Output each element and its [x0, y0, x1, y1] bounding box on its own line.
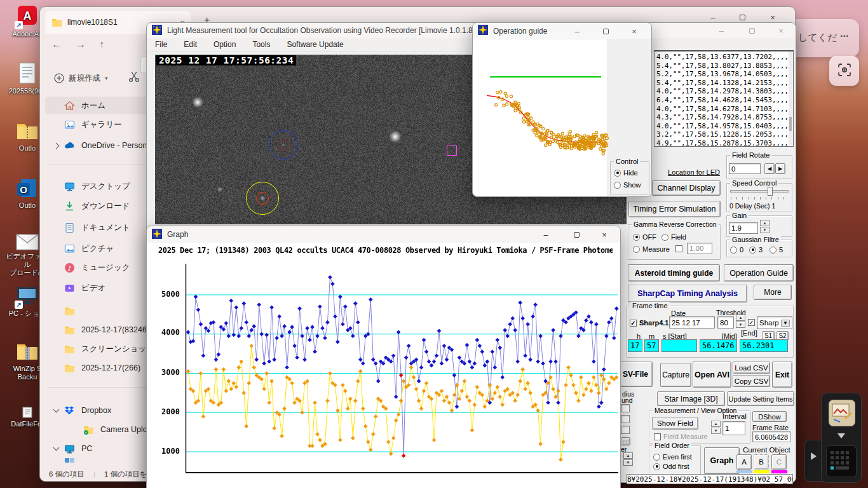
- gamma-off-radio[interactable]: OFF: [633, 233, 656, 241]
- sharp41-checkbox[interactable]: ✓Sharp4.1: [630, 319, 668, 327]
- gaussian-5-radio[interactable]: 5: [770, 246, 783, 254]
- window-maximize-button[interactable]: [731, 11, 753, 24]
- spin-down-icon[interactable]: ▼: [736, 322, 745, 328]
- window-close-button[interactable]: ×: [770, 24, 792, 37]
- speed-slider-thumb[interactable]: [768, 187, 773, 196]
- window-minimize-button[interactable]: –: [566, 25, 588, 37]
- led-location-link[interactable]: Location for LED: [642, 168, 720, 176]
- touch-keyboard-icon[interactable]: [826, 445, 857, 480]
- sharp-mode-checkbox[interactable]: ✓: [748, 319, 755, 326]
- hour-field[interactable]: 17: [628, 339, 642, 352]
- chevron-down-icon[interactable]: [53, 407, 60, 413]
- interval-spinner[interactable]: ▲ ▼: [711, 421, 721, 434]
- window-maximize-button[interactable]: [741, 24, 763, 37]
- window-close-button[interactable]: ×: [623, 25, 645, 37]
- copy-csv-button[interactable]: Copy CSV: [733, 375, 770, 387]
- channel-display-button[interactable]: Channel Display: [652, 180, 721, 196]
- menu-edit[interactable]: Edit: [184, 40, 197, 49]
- spin-down-icon[interactable]: ▼: [711, 428, 721, 434]
- window-maximize-button[interactable]: [566, 228, 587, 241]
- menu-software-update[interactable]: Software Update: [287, 40, 343, 49]
- gamma-checkbox[interactable]: [675, 245, 682, 252]
- menu-tools[interactable]: Tools: [252, 40, 270, 49]
- gamma-field-radio[interactable]: Field: [661, 233, 686, 241]
- hidden-field-3[interactable]: [621, 426, 630, 434]
- object-b-button[interactable]: B: [754, 454, 769, 470]
- rotate-right-button[interactable]: ▶: [775, 163, 785, 174]
- speed-slider-track[interactable]: [730, 190, 789, 193]
- spin-up-icon[interactable]: ▲: [623, 452, 633, 459]
- opguide-title-bar[interactable]: Operation guide – ×: [473, 23, 651, 39]
- widget-more[interactable]: ...: [840, 28, 848, 39]
- object-a-button[interactable]: A: [736, 454, 752, 470]
- dock-expand-icon[interactable]: [811, 452, 817, 460]
- screen-snip-widget[interactable]: [829, 56, 859, 86]
- rotate-left-button[interactable]: ◀: [764, 163, 775, 174]
- date-input[interactable]: 25 12 17: [669, 316, 715, 329]
- background-region-marker[interactable]: [447, 146, 457, 156]
- gamma-measure-radio[interactable]: Measure: [633, 245, 670, 253]
- menu-option[interactable]: Option: [214, 40, 236, 49]
- minute-field[interactable]: 57: [644, 339, 659, 352]
- update-setting-items-button[interactable]: Update Setting Items: [727, 391, 794, 406]
- csv-readout-panel[interactable]: 4.0,"",17,58,13.6377,13.7202,,,,17 5.4,"…: [654, 50, 794, 147]
- spin-up-icon[interactable]: ▲: [736, 315, 745, 321]
- hidden-spinner[interactable]: ▲ ▼: [623, 452, 633, 466]
- forward-button[interactable]: →: [76, 39, 86, 50]
- odd-first-radio[interactable]: Odd first: [653, 463, 689, 470]
- gaussian-0-radio[interactable]: 0: [730, 246, 743, 254]
- window-minimize-button[interactable]: –: [710, 24, 732, 37]
- gain-spinner[interactable]: ▲ ▼: [760, 220, 770, 233]
- hidden-field-2[interactable]: [621, 415, 630, 423]
- scrollbar-thumb[interactable]: [789, 117, 792, 131]
- mid-field[interactable]: 56.1476: [700, 339, 737, 352]
- menu-file[interactable]: File: [155, 40, 167, 49]
- spin-up-icon[interactable]: ▲: [711, 421, 721, 427]
- exit-button[interactable]: Exit: [772, 362, 792, 388]
- window-minimize-button[interactable]: –: [702, 11, 724, 24]
- object-c-button[interactable]: C: [771, 454, 787, 470]
- new-item-button[interactable]: 新規作成 ▾: [49, 68, 113, 88]
- up-button[interactable]: ↑: [99, 39, 104, 50]
- threshold-spinner[interactable]: ▲ ▼: [736, 315, 745, 328]
- chevron-right-icon[interactable]: [53, 142, 60, 149]
- window-close-button[interactable]: ×: [593, 228, 615, 241]
- gaussian-3-radio[interactable]: 3: [749, 246, 763, 254]
- interval-input[interactable]: 1: [722, 421, 745, 435]
- show-field-button[interactable]: Show Field: [652, 417, 698, 430]
- graph-title-bar[interactable]: Graph – ×: [147, 226, 620, 243]
- cut-button[interactable]: [128, 71, 143, 86]
- star-image-3d-button[interactable]: Star Image [3D]: [657, 391, 725, 406]
- asteroid-timing-guide-button[interactable]: Asteroid timing guide: [628, 264, 720, 281]
- chevron-down-icon[interactable]: [837, 433, 845, 438]
- load-csv-button[interactable]: Load CSV: [733, 362, 770, 374]
- more-button[interactable]: More: [754, 285, 792, 300]
- threshold-input[interactable]: 80: [717, 316, 734, 329]
- search-suggestion-widget[interactable]: してくだ ...: [788, 19, 859, 57]
- show-radio[interactable]: Show: [614, 181, 641, 189]
- capture-button[interactable]: Capture: [660, 363, 691, 387]
- spin-down-icon[interactable]: ▼: [760, 227, 770, 233]
- second-start-field[interactable]: [661, 339, 697, 352]
- hide-radio[interactable]: Hide: [614, 169, 638, 177]
- window-maximize-button[interactable]: [595, 25, 616, 37]
- spin-up-icon[interactable]: ▲: [760, 220, 770, 226]
- field-measure-checkbox[interactable]: Field Measure: [654, 433, 708, 440]
- photo-editor-icon[interactable]: [829, 400, 855, 429]
- gamma-value-input[interactable]: 1.00: [687, 243, 712, 254]
- fixed-button-fragment[interactable]: ed: [621, 437, 630, 445]
- gain-input[interactable]: 1.9: [729, 222, 758, 234]
- graph-button[interactable]: Graph: [704, 447, 740, 474]
- hidden-field-1[interactable]: [621, 404, 630, 412]
- window-close-button[interactable]: ×: [762, 11, 783, 24]
- dshow-button[interactable]: DShow: [752, 411, 787, 422]
- back-button[interactable]: ←: [51, 39, 62, 50]
- operation-guide-button[interactable]: Operation Guide: [724, 264, 794, 281]
- csv-file-button[interactable]: SV-File: [618, 362, 653, 387]
- sharp-dropdown[interactable]: Sharp▼: [757, 316, 792, 329]
- field-rotate-input[interactable]: 0: [729, 163, 761, 174]
- timing-error-simulation-button[interactable]: Timing Error Simulation: [628, 201, 721, 217]
- chevron-down-icon[interactable]: [53, 445, 60, 451]
- limovie-title-bar[interactable]: Light Measurement tool for Occultation O…: [147, 23, 796, 38]
- open-avi-button[interactable]: Open AVI: [693, 362, 731, 388]
